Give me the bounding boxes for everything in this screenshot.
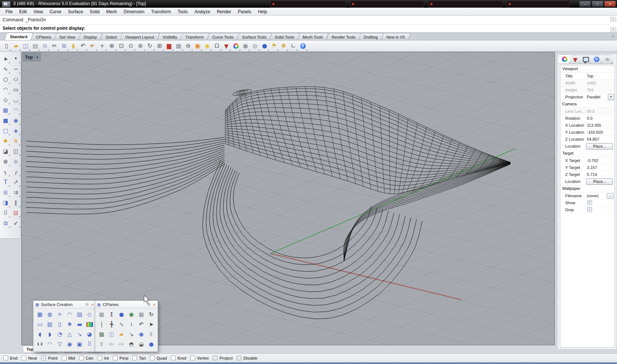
surface-from-points-button[interactable]: ▦ [1, 105, 10, 115]
osnap-checkbox-end[interactable] [3, 356, 8, 360]
revolve-button[interactable]: ▽ [55, 339, 65, 349]
close-icon[interactable]: ✕ [91, 303, 94, 307]
ghosted-sphere-button[interactable]: ◍ [250, 41, 260, 51]
heightfield-button[interactable] [85, 320, 94, 329]
property-value[interactable]: Top [587, 73, 614, 79]
copy-button[interactable]: ⧉ [59, 41, 69, 51]
chamfer-curve-button[interactable]: ╭ [11, 167, 21, 177]
group-button[interactable]: ⊕ [11, 157, 21, 166]
tab-new-in-v5[interactable]: New in V5 [381, 33, 410, 40]
property-value[interactable]: 113.355 [587, 122, 614, 129]
floating-toolbar-titlebar[interactable]: ▦Surface Creation☸✕ [33, 301, 96, 309]
plane-vertical-button[interactable]: ▥ [45, 320, 55, 329]
cplane-point-button[interactable]: ▦ [136, 310, 146, 320]
zoom-selected-button[interactable]: ⊙ [126, 41, 136, 51]
cplane-world-button[interactable]: ◉ [126, 310, 136, 320]
tab-display[interactable]: Display [78, 33, 103, 40]
property-value[interactable]: 5.714 [587, 171, 614, 178]
menu-edit[interactable]: Edit [16, 8, 30, 15]
zoom-window-button[interactable]: ⊡ [116, 41, 126, 51]
color-wheel-button[interactable] [231, 41, 241, 51]
cplane-camera-button[interactable]: ◉ [136, 329, 146, 339]
export-page-button[interactable]: ⧉ [40, 41, 50, 51]
move-crosshair-button[interactable]: + [97, 41, 107, 51]
tween-surfaces-button[interactable]: ▣ [75, 339, 85, 349]
osnap-checkbox-disable[interactable] [237, 356, 241, 360]
paint-cube-button[interactable]: ◨ [1, 198, 10, 208]
extrude-straight-button[interactable]: ◖ [35, 329, 45, 339]
shaded-sphere-button[interactable]: ● [241, 41, 250, 51]
cplane-save-button[interactable]: ◫ [107, 329, 116, 339]
property-value[interactable]: 0.0 [587, 115, 614, 122]
viewport-title-menu[interactable]: Top ▾ [23, 53, 41, 61]
ribbon-button[interactable]: ↘ [75, 329, 85, 339]
property-value[interactable]: -150.503 [587, 129, 614, 136]
menu-mesh[interactable]: Mesh [103, 8, 120, 15]
explode-button[interactable]: ↯ [11, 136, 21, 146]
tab-visibility[interactable]: Visibility [157, 33, 183, 40]
cplane-open-button[interactable]: ▰ [116, 329, 126, 339]
picture-frame-button[interactable]: ❖ [65, 320, 75, 329]
cplane-origin-button[interactable]: ▦ [97, 310, 107, 320]
polygon-button[interactable]: ◇ [1, 95, 10, 105]
layer-states-button[interactable]: ▣ [193, 41, 202, 51]
osnap-checkbox-int[interactable] [97, 356, 102, 360]
surface-planar-curves-button[interactable]: ◍ [45, 310, 55, 320]
split-button[interactable]: ◫ [11, 147, 21, 156]
osnap-checkbox-tan[interactable] [132, 356, 137, 360]
cplane-standard-button[interactable]: ▩ [97, 329, 107, 339]
property-value[interactable]: 3.157 [587, 164, 614, 171]
menu-view[interactable]: View [30, 8, 46, 15]
menu-curve[interactable]: Curve [46, 8, 65, 15]
osnap-checkbox-mid[interactable] [62, 356, 67, 360]
open-folder-button[interactable]: ▰ [11, 41, 21, 51]
cplane-right-button[interactable]: ⇨ [116, 339, 126, 349]
curve-blend-button[interactable]: ◡ [11, 95, 21, 105]
command-scroll-down[interactable]: ▾ [610, 27, 616, 32]
corner-surface-button[interactable]: ◇ [85, 310, 94, 320]
cplane-to-curve-button[interactable]: ∿ [116, 320, 126, 329]
plane-cutting-button[interactable]: ▯ [55, 320, 65, 329]
check-objects-button[interactable]: ✓ [11, 219, 21, 228]
rendered-sphere-button[interactable]: ● [260, 41, 269, 51]
cplane-top-button[interactable]: ◒ [136, 339, 146, 349]
display-tab[interactable]: ▼ [569, 55, 581, 64]
tab-cplanes[interactable]: CPlanes [31, 33, 57, 40]
cplane-rotate-button[interactable]: ↻ [146, 310, 156, 320]
sweep-1-rail-button[interactable]: 1 2 [35, 339, 45, 349]
array-distribute-button[interactable]: ⇉ [11, 188, 21, 197]
gear-icon[interactable]: ☸ [85, 302, 89, 307]
tab-viewport-layout[interactable]: Viewport Layout [120, 33, 160, 40]
cplane-left-button[interactable]: ⇦ [107, 339, 116, 349]
fillet-curve-button[interactable]: ╮ [1, 167, 10, 177]
tab-standard[interactable]: Standard [4, 33, 33, 40]
cplane-import-button[interactable]: ↘ [126, 329, 136, 339]
settings-tab[interactable]: ☸ [601, 55, 613, 64]
paste-clipboard-button[interactable]: ▮ [69, 41, 78, 51]
tab-select[interactable]: Select [100, 33, 123, 40]
cplane-to-surface-button[interactable]: ≀ [126, 320, 136, 329]
property-value[interactable]: 54.857 [587, 136, 614, 143]
patch-button[interactable]: ✳ [55, 310, 65, 320]
osnap-checkbox-vertex[interactable] [190, 356, 195, 360]
property-value[interactable]: -0.762 [587, 157, 614, 164]
sweep-2-rails-button[interactable]: ◠ [45, 339, 55, 349]
osnap-checkbox-point[interactable]: ✓ [41, 356, 46, 360]
cplane-undo-button[interactable]: ↶ [136, 320, 146, 329]
osnap-checkbox-near[interactable] [21, 356, 26, 360]
save-button[interactable]: ◫ [21, 41, 31, 51]
tab-mesh-tools[interactable]: Mesh Tools [297, 33, 329, 40]
minimize-button[interactable]: — [579, 1, 591, 7]
checkbox[interactable]: ✓ [587, 200, 592, 205]
ellipse-button[interactable]: ○ [11, 75, 21, 84]
menu-tools[interactable]: Tools [174, 8, 191, 15]
lock-button[interactable]: Ω [212, 41, 222, 51]
screen-tab[interactable] [580, 55, 592, 64]
place-button[interactable]: Place... [586, 143, 613, 149]
single-point-button[interactable]: • [11, 54, 21, 64]
edge-surface-button[interactable]: ▤ [75, 310, 85, 320]
undo-button[interactable]: ↶ [78, 41, 88, 51]
cplane-next-button[interactable]: ⇩ [146, 329, 156, 339]
offset-surface-button[interactable]: ⧉ [1, 219, 10, 228]
chevron-down-icon[interactable]: ▾ [37, 55, 39, 59]
